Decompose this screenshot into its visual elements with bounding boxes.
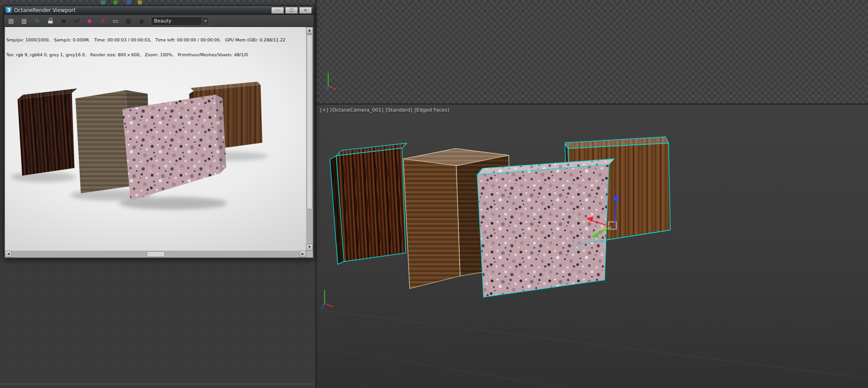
ebony-wood-box[interactable] <box>330 143 407 264</box>
save-image-icon[interactable]: ▤ <box>7 17 15 25</box>
viewport-display-icon[interactable]: ▭ <box>111 17 120 25</box>
render-pass-dropdown[interactable]: Beauty ▾ <box>151 17 209 26</box>
top-toolbar-sliver <box>0 0 316 5</box>
maximize-button[interactable]: □ <box>285 7 298 14</box>
camera-viewport[interactable]: [+] [OctaneCamera_001] [Standard] [Edged… <box>316 104 868 388</box>
viewport-pov-menu[interactable]: [OctaneCamera_001] <box>330 107 384 113</box>
scroll-right-button[interactable]: ▶ <box>299 251 306 257</box>
camera-icon[interactable]: ◉ <box>137 17 146 25</box>
horizontal-scroll-thumb[interactable] <box>147 251 165 257</box>
viewport-label: [+] [OctaneCamera_001] [Standard] [Edged… <box>320 107 449 113</box>
top-viewport[interactable] <box>316 0 868 104</box>
render-stats: Smp/px: 1000/1000, Samp/s: 0.000M, Time:… <box>6 27 285 67</box>
restart-render-icon[interactable]: ↻ <box>33 17 41 25</box>
scroll-left-button[interactable]: ◀ <box>5 251 12 257</box>
subsampling-icon[interactable]: af <box>72 17 81 25</box>
window-titlebar[interactable]: 3 OctaneRender Viewport — □ × <box>4 6 314 15</box>
lock-viewport-icon[interactable] <box>46 17 54 25</box>
terrazzo-stone-box[interactable] <box>477 159 614 297</box>
axis-tripod-icon <box>322 70 340 94</box>
viewport-general-menu[interactable]: [+] <box>320 107 328 113</box>
horizontal-scrollbar[interactable]: ◀ ▶ <box>5 251 306 257</box>
toolbar-fragment-icon <box>138 0 142 5</box>
scroll-up-button[interactable]: ▲ <box>306 27 313 34</box>
app-icon: 3 <box>6 7 12 13</box>
render-stats-line2: Tex: rgb 9, rgb64 0, grey 1, grey16 0, R… <box>6 52 285 57</box>
toolbar-fragment-icon <box>101 0 105 5</box>
ebony-wood-box-render <box>18 89 77 176</box>
octane-toolbar: ▤ ▥ ↻ ▮▮ af ● ↺ ▭ ▦ ◉ Beauty ▾ <box>4 15 314 27</box>
toolbar-fragment-icon <box>113 0 118 5</box>
pause-render-icon[interactable]: ▮▮ <box>59 17 68 25</box>
window-title: OctaneRender Viewport <box>14 7 76 14</box>
close-button[interactable]: × <box>299 7 312 14</box>
viewport-shading-menu[interactable]: [Edged Faces] <box>414 107 449 113</box>
camera-viewport-scene[interactable] <box>316 104 868 388</box>
focus-picker-icon[interactable]: ● <box>85 17 94 25</box>
chevron-down-icon[interactable]: ▾ <box>202 17 209 25</box>
vertical-scrollbar[interactable]: ▲ ▼ <box>306 27 313 251</box>
reset-view-icon[interactable]: ↺ <box>98 17 107 25</box>
padlock-icon <box>48 18 53 23</box>
render-stats-line1: Smp/px: 1000/1000, Samp/s: 0.000M, Time:… <box>6 37 285 42</box>
toolbar-fragment-icon <box>127 0 131 5</box>
viewport-edge-line <box>0 383 316 384</box>
scroll-down-button[interactable]: ▼ <box>306 244 313 251</box>
octane-render-window: 3 OctaneRender Viewport — □ × ▤ ▥ ↻ ▮▮ a… <box>4 5 314 259</box>
axis-tripod-icon <box>318 288 338 312</box>
render-passes-icon[interactable]: ▦ <box>124 17 133 25</box>
page-root: { "colors": { "selection": "#00e0e0", "e… <box>0 0 868 388</box>
minimize-button[interactable]: — <box>271 7 284 14</box>
viewport-render-preset-menu[interactable]: [Standard] <box>386 107 412 113</box>
render-pass-value: Beauty <box>151 17 202 25</box>
ground-grid-lines <box>316 299 868 388</box>
vertical-scroll-thumb[interactable] <box>307 35 312 209</box>
scrollbar-corner <box>306 251 313 257</box>
copy-to-clipboard-icon[interactable]: ▥ <box>20 17 28 25</box>
terrazzo-stone-box-render <box>122 95 226 201</box>
render-view[interactable]: Smp/px: 1000/1000, Samp/s: 0.000M, Time:… <box>5 27 306 251</box>
